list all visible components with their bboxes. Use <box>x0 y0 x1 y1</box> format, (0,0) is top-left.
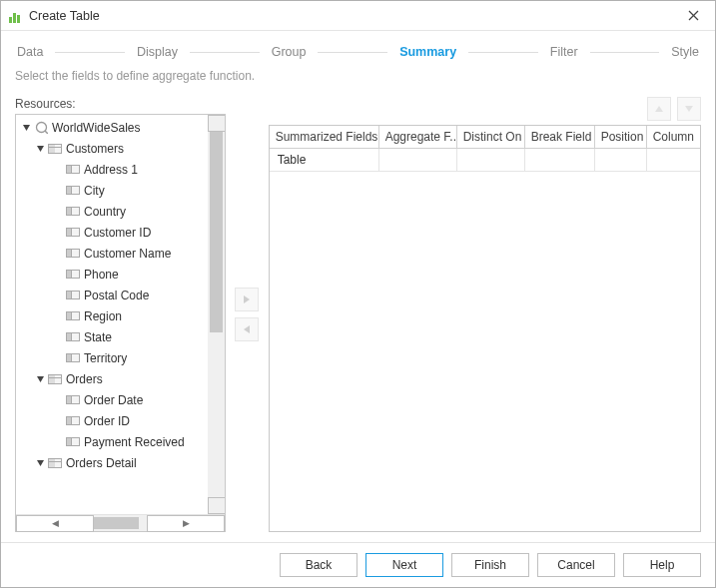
field-icon <box>66 185 80 197</box>
tree-node-label: Region <box>84 309 122 323</box>
field-icon <box>66 206 80 218</box>
table-icon <box>48 373 62 385</box>
move-up-button[interactable] <box>647 97 671 121</box>
step-filter[interactable]: Filter <box>548 43 580 61</box>
scroll-thumb[interactable] <box>210 132 223 332</box>
svg-line-3 <box>45 131 48 134</box>
summary-grid[interactable]: Summarized Fields Aggregate F... Distinc… <box>269 125 701 532</box>
scroll-right-button[interactable]: ▶ <box>147 515 225 532</box>
remove-button[interactable] <box>235 317 259 341</box>
step-data[interactable]: Data <box>15 43 45 61</box>
tree-node-label: Customer ID <box>84 226 151 240</box>
tree-group[interactable]: Orders <box>16 368 225 389</box>
tree-field[interactable]: Order Date <box>16 389 225 410</box>
tree-group[interactable]: Customers <box>16 138 225 159</box>
arrow-up-icon <box>653 103 665 115</box>
tree-field[interactable]: Territory <box>16 347 225 368</box>
tree-field[interactable]: Customer Name <box>16 243 225 264</box>
scroll-up-button[interactable]: ▲ <box>208 115 225 132</box>
tree-field[interactable]: Postal Code <box>16 285 225 305</box>
tree-field[interactable]: Phone <box>16 264 225 285</box>
tree-node-label: Order ID <box>84 414 130 428</box>
horizontal-scrollbar[interactable]: ◀ ▶ <box>16 514 225 531</box>
close-icon <box>688 10 699 21</box>
col-column[interactable]: Column <box>647 126 700 148</box>
table-icon <box>48 457 62 469</box>
tree-node-label: Address 1 <box>84 163 138 177</box>
vertical-scrollbar[interactable]: ▲ ▼ <box>208 115 225 514</box>
step-separator <box>190 52 260 53</box>
tree-field[interactable]: Customer ID <box>16 222 225 243</box>
dialog-footer: Back Next Finish Cancel Help <box>1 542 715 587</box>
grid-body: Table <box>270 149 700 531</box>
scroll-down-button[interactable]: ▼ <box>208 497 225 514</box>
arrow-down-icon <box>683 103 695 115</box>
expand-arrow-icon[interactable] <box>34 457 46 469</box>
next-button[interactable]: Next <box>365 553 443 577</box>
tree-node-label: Phone <box>84 268 119 282</box>
field-icon <box>66 331 80 343</box>
scroll-track[interactable] <box>208 132 225 497</box>
field-icon <box>66 415 80 427</box>
tree-node-label: Payment Received <box>84 435 185 449</box>
tree-field[interactable]: Payment Received <box>16 431 225 452</box>
tree-field[interactable]: City <box>16 180 225 201</box>
grid-cell[interactable]: Table <box>270 149 379 172</box>
field-icon <box>66 394 80 406</box>
resources-panel: Resources: WorldWideSalesCustomersAddres… <box>15 97 226 532</box>
tree-field[interactable]: Country <box>16 201 225 222</box>
field-icon <box>66 290 80 301</box>
step-separator <box>468 52 538 53</box>
close-button[interactable] <box>679 2 707 30</box>
step-display[interactable]: Display <box>135 43 180 61</box>
grid-cell[interactable] <box>379 149 457 172</box>
tree-field[interactable]: Order ID <box>16 410 225 431</box>
grid-cell[interactable] <box>595 149 647 172</box>
step-style[interactable]: Style <box>669 43 701 61</box>
expand-arrow-icon[interactable] <box>34 373 46 385</box>
grid-cell[interactable] <box>525 149 595 172</box>
resources-label: Resources: <box>15 97 226 111</box>
app-icon <box>9 9 23 23</box>
field-icon <box>66 310 80 322</box>
step-separator <box>318 52 387 53</box>
move-down-button[interactable] <box>677 97 701 121</box>
tree-group[interactable]: Orders Detail <box>16 452 225 473</box>
grid-cell[interactable] <box>457 149 525 172</box>
tree-field[interactable]: Address 1 <box>16 159 225 180</box>
grid-row[interactable]: Table <box>270 149 700 172</box>
col-break[interactable]: Break Field <box>525 126 595 148</box>
scroll-thumb[interactable] <box>94 517 139 529</box>
step-summary[interactable]: Summary <box>397 43 458 61</box>
expand-arrow-icon[interactable] <box>20 122 32 134</box>
resources-tree[interactable]: WorldWideSalesCustomersAddress 1CityCoun… <box>16 115 225 514</box>
dialog-window: Create Table Data Display Group Summary … <box>0 0 716 588</box>
step-group[interactable]: Group <box>270 43 309 61</box>
tree-node-label: Order Date <box>84 393 143 407</box>
tree-field[interactable]: Region <box>16 305 225 326</box>
scroll-left-button[interactable]: ◀ <box>16 515 94 532</box>
help-button[interactable]: Help <box>623 553 701 577</box>
arrow-right-icon <box>241 294 253 305</box>
reorder-buttons <box>269 97 701 121</box>
col-summarized[interactable]: Summarized Fields <box>270 126 379 148</box>
col-position[interactable]: Position <box>595 126 647 148</box>
cancel-button[interactable]: Cancel <box>537 553 615 577</box>
table-icon <box>48 143 62 155</box>
tree-root[interactable]: WorldWideSales <box>16 117 225 138</box>
transfer-buttons <box>234 97 260 532</box>
add-button[interactable] <box>235 288 259 311</box>
col-distinct[interactable]: Distinct On <box>457 126 525 148</box>
expand-arrow-icon[interactable] <box>34 143 46 155</box>
grid-cell[interactable] <box>647 149 700 172</box>
finish-button[interactable]: Finish <box>451 553 529 577</box>
step-separator <box>590 52 660 53</box>
tree-node-label: Postal Code <box>84 289 149 302</box>
scroll-track[interactable] <box>94 515 147 531</box>
content-area: Resources: WorldWideSalesCustomersAddres… <box>1 93 715 542</box>
grid-header: Summarized Fields Aggregate F... Distinc… <box>270 126 700 149</box>
field-icon <box>66 227 80 239</box>
col-aggregate[interactable]: Aggregate F... <box>379 126 457 148</box>
tree-field[interactable]: State <box>16 326 225 347</box>
back-button[interactable]: Back <box>280 553 358 577</box>
